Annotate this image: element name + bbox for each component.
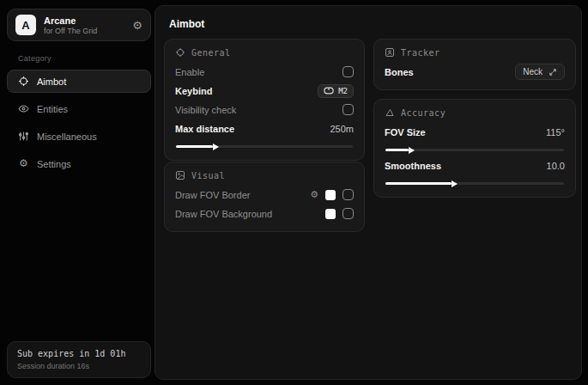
keybind-row: Keybind M2 (175, 82, 354, 100)
general-card: General Enable Keybind M2 Visibility che… (164, 39, 365, 161)
bones-select-button[interactable]: Neck (515, 64, 565, 80)
smoothness-label: Smoothness (385, 161, 441, 171)
sidebar-item-label: Aimbot (37, 76, 66, 87)
draw-fov-background-row: Draw FOV Background (175, 205, 354, 223)
max-distance-slider[interactable] (176, 145, 353, 148)
fov-size-label: FOV Size (385, 127, 426, 138)
draw-fov-border-checkbox[interactable] (342, 189, 354, 200)
sidebar-item-label: Settings (37, 159, 71, 169)
fov-size-slider[interactable] (385, 149, 564, 151)
bones-row: Bones Neck (385, 63, 565, 81)
smoothness-slider[interactable] (385, 182, 564, 185)
general-card-title: General (191, 48, 231, 58)
session-duration: Session duration 16s (17, 362, 141, 370)
visual-card-header: Visual (175, 170, 354, 180)
visibility-check-row: Visibility check (175, 101, 354, 119)
fov-background-color-swatch[interactable] (325, 209, 336, 219)
sidebar-item-label: Entities (37, 104, 68, 114)
enable-row: Enable (175, 63, 354, 81)
bones-selected-value: Neck (523, 67, 543, 76)
tracker-card: Tracker Bones Neck (373, 39, 576, 90)
sidebar-item-entities[interactable]: Entities (7, 97, 151, 120)
keybind-value: M2 (338, 87, 348, 95)
session-card: Sub expires in 1d 01h Session duration 1… (7, 341, 151, 378)
crosshair-icon (175, 47, 185, 58)
main-panel: Aimbot General Enable Keybind M2 Visibil… (155, 5, 582, 380)
crosshair-icon (18, 76, 29, 87)
image-icon (175, 170, 185, 180)
draw-fov-border-row: Draw FOV Border ⚙ (175, 186, 354, 204)
draw-fov-border-controls: ⚙ (310, 189, 354, 200)
gear-icon[interactable]: ⚙ (310, 190, 318, 199)
enable-checkbox[interactable] (342, 66, 354, 77)
draw-fov-background-controls (325, 208, 354, 219)
sidebar-item-aimbot[interactable]: Aimbot (7, 70, 151, 93)
app-titles: Arcane for Off The Grid (44, 15, 97, 35)
sliders-icon (18, 131, 29, 142)
fov-size-slider-fill[interactable] (385, 149, 409, 151)
fov-border-color-swatch[interactable] (325, 190, 336, 200)
smoothness-value: 10.0 (547, 161, 565, 171)
tracker-card-header: Tracker (385, 47, 565, 58)
general-card-header: General (175, 47, 354, 58)
smoothness-slider-fill[interactable] (385, 182, 452, 185)
app-logo: A (15, 15, 36, 35)
accuracy-card-header: Accuracy (385, 107, 565, 118)
subscription-expiry: Sub expires in 1d 01h (17, 349, 141, 358)
draw-fov-border-label: Draw FOV Border (175, 190, 250, 200)
enable-label: Enable (175, 67, 204, 77)
fov-size-row: FOV Size 115° (385, 123, 565, 141)
sidebar-item-label: Miscellaneous (37, 131, 97, 142)
max-distance-row: Max distance 250m (175, 119, 354, 138)
keybind-button[interactable]: M2 (318, 84, 354, 98)
smoothness-row: Smoothness 10.0 (385, 156, 565, 174)
fov-size-value: 115° (546, 127, 565, 138)
accuracy-card: Accuracy FOV Size 115° Smoothness 10.0 (373, 99, 576, 198)
category-label: Category (18, 54, 151, 63)
visual-card: Visual Draw FOV Border ⚙ Draw FOV Backgr… (164, 162, 365, 232)
keybind-label: Keybind (175, 86, 212, 96)
sidebar-item-settings[interactable]: ⚙ Settings (7, 152, 151, 175)
max-distance-label: Max distance (175, 124, 234, 134)
app-name: Arcane (44, 15, 97, 26)
draw-fov-background-checkbox[interactable] (342, 208, 354, 219)
bones-label: Bones (385, 67, 414, 77)
max-distance-value: 250m (330, 124, 354, 134)
app-window: { "app": { "name": "Arcane", "subtitle":… (0, 0, 588, 385)
tracker-card-title: Tracker (401, 48, 440, 58)
gear-icon[interactable]: ⚙ (132, 20, 142, 31)
visual-card-title: Visual (191, 171, 225, 180)
mouse-icon (324, 87, 334, 95)
gear-icon: ⚙ (18, 158, 29, 169)
app-subtitle: for Off The Grid (44, 27, 97, 35)
expand-icon (549, 68, 557, 76)
max-distance-slider-fill[interactable] (176, 145, 213, 148)
accuracy-card-title: Accuracy (401, 108, 446, 118)
visibility-check-checkbox[interactable] (342, 104, 354, 115)
draw-fov-background-label: Draw FOV Background (175, 209, 272, 219)
page-title: Aimbot (155, 6, 581, 37)
person-scan-icon (385, 47, 395, 58)
angle-icon (385, 107, 395, 118)
app-header-card: A Arcane for Off The Grid ⚙ (7, 9, 151, 41)
sidebar: A Arcane for Off The Grid ⚙ Category Aim… (7, 9, 151, 378)
visibility-check-label: Visibility check (175, 105, 236, 115)
eye-icon (18, 103, 29, 114)
sidebar-item-miscellaneous[interactable]: Miscellaneous (7, 125, 151, 148)
